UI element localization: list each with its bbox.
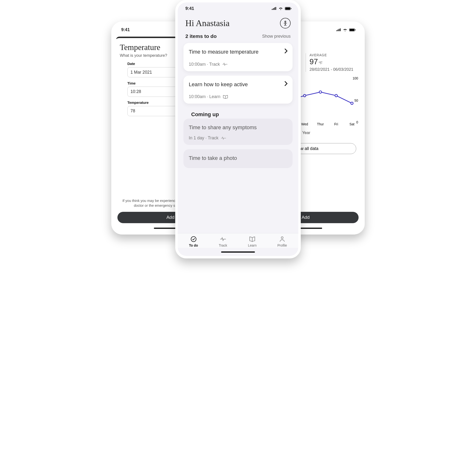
svg-point-20 [304, 94, 306, 97]
card-title: Learn how to keep active [189, 81, 287, 88]
svg-rect-37 [291, 8, 291, 9]
status-icons [272, 7, 291, 10]
svg-text:Wed: Wed [301, 122, 308, 126]
upcoming-card[interactable]: Time to share any symptoms In 1 day · Tr… [184, 119, 292, 145]
tab-year[interactable]: Year [302, 131, 310, 138]
card-meta: 10:00am · Learn [189, 94, 220, 99]
card-meta: 10:00am · Track [189, 62, 220, 67]
svg-rect-36 [285, 7, 290, 10]
tab-track[interactable]: Track [219, 236, 227, 247]
card-title: Time to take a photo [189, 155, 287, 162]
svg-text:Thur: Thur [317, 122, 324, 126]
upcoming-card[interactable]: Time to take a photo [184, 149, 292, 168]
show-previous-link[interactable]: Show previous [262, 34, 291, 39]
svg-rect-12 [350, 29, 354, 31]
card-meta: In 1 day · Track [189, 136, 219, 140]
tab-label: To do [189, 244, 198, 247]
average-value: 97 [309, 57, 318, 66]
card-title: Time to measure temperature [189, 48, 287, 55]
activity-icon [222, 62, 228, 66]
svg-rect-8 [338, 30, 338, 31]
svg-point-39 [191, 237, 196, 242]
card-title: Time to share any symptoms [189, 124, 287, 131]
todo-count: 2 items to do [185, 33, 217, 39]
tab-label: Learn [248, 244, 256, 247]
svg-rect-10 [340, 28, 340, 31]
home-indicator [178, 248, 298, 256]
todo-card[interactable]: Learn how to keep active 10:00am · Learn [184, 76, 292, 104]
home-phone: 9:41 Hi Anastasia 2 items to do Show pre… [175, 0, 301, 259]
greeting: Hi Anastasia [185, 18, 230, 28]
svg-text:50: 50 [354, 99, 358, 103]
tab-profile[interactable]: Profile [277, 236, 287, 247]
svg-point-40 [281, 237, 283, 239]
svg-text:Sat: Sat [350, 122, 355, 126]
tab-label: Track [219, 244, 227, 247]
svg-rect-9 [339, 29, 339, 31]
svg-rect-34 [275, 7, 276, 10]
svg-rect-13 [355, 29, 356, 30]
svg-point-38 [285, 21, 286, 22]
clock: 9:41 [121, 27, 130, 32]
svg-rect-32 [273, 8, 274, 10]
todo-card[interactable]: Time to measure temperature 10:00am · Tr… [184, 43, 292, 71]
clock: 9:41 [185, 6, 194, 11]
svg-rect-31 [272, 9, 272, 10]
tab-bar: To do Track Learn Profile [178, 233, 298, 248]
chevron-right-icon [284, 48, 288, 54]
activity-icon [221, 136, 226, 140]
status-bar: 9:41 [178, 2, 298, 15]
status-icons [336, 28, 356, 31]
tab-label: Profile [277, 244, 287, 247]
svg-point-22 [335, 94, 338, 97]
book-icon [223, 95, 228, 99]
svg-text:0: 0 [356, 121, 358, 124]
tab-learn[interactable]: Learn [248, 236, 256, 247]
average-label: AVERAGE [309, 53, 356, 57]
chevron-right-icon [284, 81, 288, 87]
tab-todo[interactable]: To do [189, 236, 198, 247]
svg-rect-33 [274, 7, 275, 10]
svg-point-21 [319, 91, 322, 93]
svg-text:Fri: Fri [334, 122, 338, 126]
svg-point-23 [351, 102, 353, 104]
coming-up-heading: Coming up [184, 108, 292, 119]
svg-rect-7 [336, 30, 337, 31]
svg-text:100: 100 [353, 77, 358, 80]
average-unit: ºF [319, 61, 323, 65]
date-range: 28/02/2021 - 06/03/2021 [309, 67, 356, 72]
profile-icon[interactable] [280, 18, 291, 29]
